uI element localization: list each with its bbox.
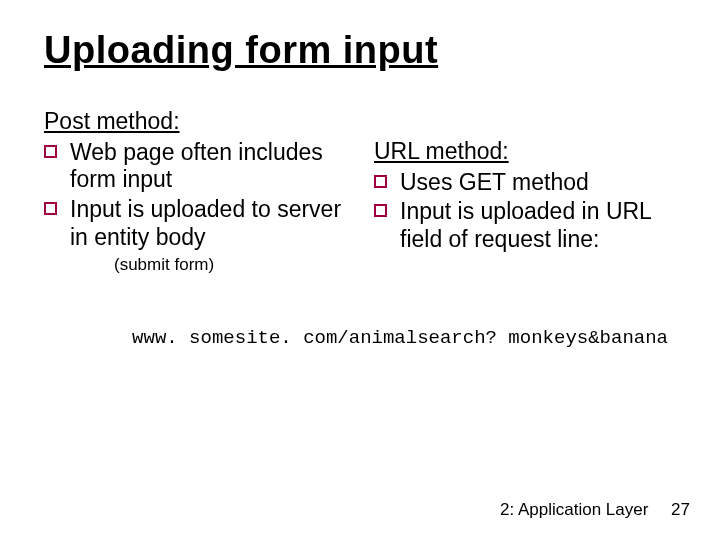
columns: Post method: Web page often includes for… <box>44 108 676 275</box>
list-item-label: Input is uploaded in URL field of reques… <box>400 198 651 252</box>
list-item-label: Uses GET method <box>400 169 589 195</box>
list-item: Web page often includes form input <box>44 139 346 194</box>
square-bullet-icon <box>44 145 57 158</box>
submit-form-note: (submit form) <box>114 255 346 275</box>
left-column: Post method: Web page often includes for… <box>44 108 346 275</box>
list-item: Input is uploaded to server in entity bo… <box>44 196 346 251</box>
list-item-label: Input is uploaded to server in entity bo… <box>70 196 341 250</box>
square-bullet-icon <box>374 204 387 217</box>
url-example: www. somesite. com/animalsearch? monkeys… <box>44 327 668 349</box>
url-method-list: Uses GET method Input is uploaded in URL… <box>374 169 676 254</box>
footer-section: 2: Application Layer <box>500 500 648 519</box>
post-method-list: Web page often includes form input Input… <box>44 139 346 251</box>
square-bullet-icon <box>44 202 57 215</box>
url-method-heading: URL method: <box>374 138 676 165</box>
page-title: Uploading form input <box>44 30 676 72</box>
right-column: URL method: Uses GET method Input is upl… <box>374 108 676 275</box>
square-bullet-icon <box>374 175 387 188</box>
slide: Uploading form input Post method: Web pa… <box>0 0 720 540</box>
list-item: Uses GET method <box>374 169 676 197</box>
page-number: 27 <box>671 500 690 520</box>
list-item: Input is uploaded in URL field of reques… <box>374 198 676 253</box>
footer: 2: Application Layer 27 <box>500 500 690 520</box>
post-method-heading: Post method: <box>44 108 346 135</box>
list-item-label: Web page often includes form input <box>70 139 323 193</box>
